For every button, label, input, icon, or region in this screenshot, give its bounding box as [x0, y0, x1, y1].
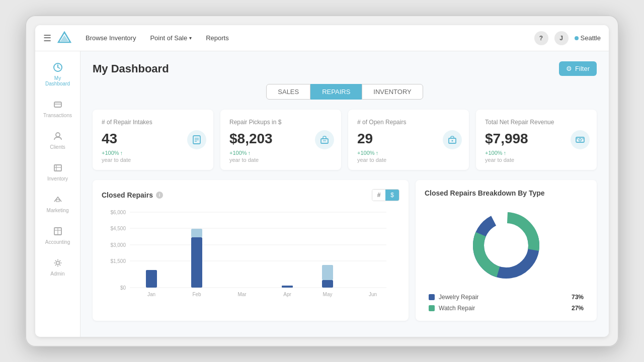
svg-point-21: [452, 140, 453, 142]
filter-icon: ⚙: [566, 65, 572, 72]
info-icon[interactable]: i: [156, 192, 163, 199]
inventory-icon: [52, 162, 64, 174]
kpi-repair-pickups-change: +100% ↑: [229, 150, 332, 156]
top-navigation: ☰ Browse Inventory Point of Sale ▾ Repor…: [35, 25, 609, 51]
legend-jewelry-repair: Jewelry Repair 73%: [429, 294, 584, 301]
admin-icon: [52, 257, 64, 269]
svg-text:$4,500: $4,500: [110, 226, 126, 231]
transactions-icon: [52, 99, 64, 111]
svg-point-5: [56, 133, 60, 137]
nav-point-of-sale[interactable]: Point of Sale ▾: [144, 31, 198, 45]
kpi-open-repairs-title: # of Open Repairs: [357, 119, 460, 126]
donut-legend: Jewelry Repair 73% Watch Repair 27%: [425, 294, 588, 312]
kpi-repair-pickups: Repair Pickups in $ $8,203 +100% ↑ year …: [220, 110, 341, 170]
sidebar-item-inventory[interactable]: Inventory: [39, 157, 76, 187]
nav-browse-inventory[interactable]: Browse Inventory: [79, 31, 142, 45]
sidebar-item-accounting[interactable]: Accounting: [39, 220, 76, 250]
svg-text:$6,000: $6,000: [110, 210, 126, 215]
tab-repairs[interactable]: REPAIRS: [310, 84, 362, 100]
watch-repair-pct: 27%: [572, 305, 584, 312]
sidebar-item-clients[interactable]: Clients: [39, 125, 76, 155]
sidebar-item-marketing[interactable]: Marketing: [39, 189, 76, 218]
svg-rect-9: [56, 200, 59, 202]
kpi-net-revenue-title: Total Net Repair Revenue: [485, 119, 588, 126]
svg-text:Feb: Feb: [192, 292, 201, 297]
donut-chart: [425, 205, 588, 286]
svg-text:$3,000: $3,000: [110, 242, 126, 248]
svg-point-13: [56, 261, 59, 264]
kpi-repair-intakes-title: # of Repair Intakes: [102, 119, 204, 126]
legend-watch-repair: Watch Repair 27%: [429, 305, 584, 312]
svg-text:Apr: Apr: [283, 292, 291, 297]
hamburger-icon[interactable]: ☰: [43, 33, 51, 44]
svg-text:$1,500: $1,500: [110, 258, 126, 264]
jewelry-repair-pct: 73%: [572, 294, 584, 301]
kpi-repair-intakes-icon: [187, 130, 206, 149]
dashboard-icon: [52, 61, 64, 73]
chart-toggle: # $: [372, 189, 399, 201]
arrow-up-icon: ↑: [120, 150, 123, 156]
svg-rect-45: [322, 265, 333, 280]
tab-group: SALES REPAIRS INVENTORY: [93, 84, 597, 100]
svg-rect-38: [191, 237, 202, 288]
filter-button[interactable]: ⚙ Filter: [559, 61, 597, 76]
closed-repairs-chart-card: Closed Repairs i # $: [93, 180, 409, 321]
svg-rect-22: [576, 137, 584, 142]
help-button[interactable]: ?: [534, 31, 548, 45]
kpi-repair-pickups-title: Repair Pickups in $: [229, 119, 332, 126]
marketing-icon: [52, 194, 64, 206]
tab-sales[interactable]: SALES: [266, 84, 310, 100]
kpi-open-repairs-icon: [443, 130, 462, 149]
content-header: My Dashboard ⚙ Filter: [93, 61, 597, 76]
svg-text:Jan: Jan: [147, 292, 155, 297]
svg-rect-42: [282, 286, 293, 288]
sidebar-item-dashboard[interactable]: My Dashboard: [39, 56, 76, 92]
location-dot-icon: [575, 36, 579, 40]
kpi-net-revenue-period: year to date: [485, 157, 588, 163]
nav-right: ? J Seattle: [534, 31, 601, 45]
arrow-up-icon: ↑: [248, 150, 251, 156]
bar-chart: $6,000 $4,500 $3,000 $1,500 $0: [102, 207, 399, 308]
svg-point-50: [485, 224, 527, 266]
kpi-repair-pickups-period: year to date: [229, 157, 332, 163]
arrow-up-icon: ↑: [376, 150, 379, 156]
svg-rect-36: [146, 270, 157, 288]
kpi-open-repairs: # of Open Repairs 29 +100% ↑ year to dat…: [348, 110, 469, 170]
svg-rect-3: [54, 102, 61, 107]
chart-toggle-dollar[interactable]: $: [385, 190, 399, 201]
svg-text:May: May: [323, 292, 333, 297]
sidebar-item-transactions[interactable]: Transactions: [39, 94, 76, 123]
svg-point-23: [579, 139, 582, 141]
kpi-open-repairs-change: +100% ↑: [357, 150, 460, 156]
svg-text:Mar: Mar: [237, 292, 247, 297]
kpi-cards: # of Repair Intakes 43 +100% ↑ year to d…: [93, 110, 597, 170]
kpi-net-revenue: Total Net Repair Revenue $7,998 +100% ↑ …: [476, 110, 597, 170]
chevron-down-icon: ▾: [189, 35, 192, 41]
location-selector[interactable]: Seattle: [575, 34, 601, 42]
svg-text:Jun: Jun: [369, 292, 377, 297]
page-title: My Dashboard: [93, 62, 169, 75]
user-avatar[interactable]: J: [554, 31, 569, 45]
jewelry-repair-dot: [429, 294, 435, 300]
svg-text:$0: $0: [120, 285, 126, 291]
closed-repairs-title: Closed Repairs i: [102, 191, 163, 199]
kpi-net-revenue-change: +100% ↑: [485, 150, 588, 156]
kpi-open-repairs-period: year to date: [357, 157, 460, 163]
tab-inventory[interactable]: INVENTORY: [362, 84, 423, 100]
chart-header: Closed Repairs i # $: [102, 189, 399, 201]
logo-icon: [57, 31, 71, 45]
arrow-up-icon: ↑: [504, 150, 507, 156]
nav-items: Browse Inventory Point of Sale ▾ Reports: [79, 31, 534, 45]
kpi-repair-pickups-icon: [315, 130, 334, 149]
svg-rect-6: [54, 165, 61, 171]
watch-repair-dot: [429, 305, 435, 311]
kpi-repair-intakes-change: +100% ↑: [102, 150, 204, 156]
donut-chart-title: Closed Repairs Breakdown By Type: [425, 189, 588, 197]
nav-reports[interactable]: Reports: [200, 31, 235, 45]
kpi-net-revenue-icon: [571, 130, 590, 149]
chart-toggle-hash[interactable]: #: [372, 190, 386, 201]
svg-rect-39: [191, 229, 202, 237]
sidebar: My Dashboard Transactions: [35, 51, 80, 337]
sidebar-item-admin[interactable]: Admin: [39, 252, 76, 282]
kpi-repair-intakes-period: year to date: [102, 157, 204, 163]
